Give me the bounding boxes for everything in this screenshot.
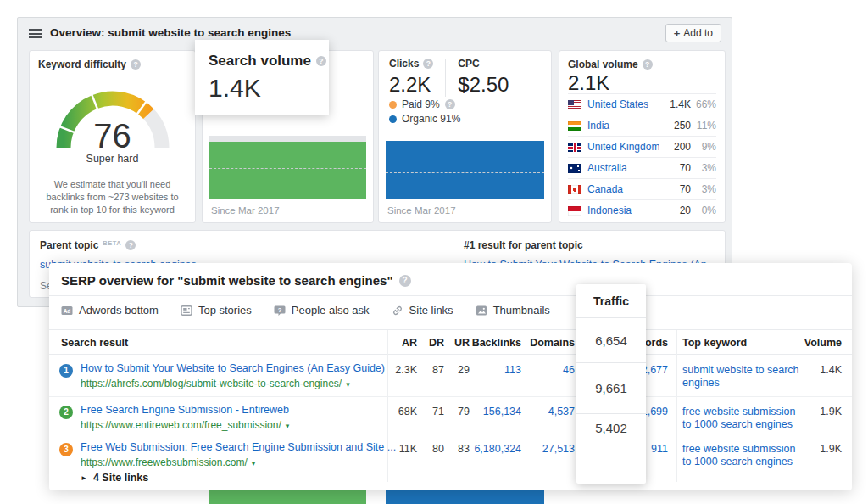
help-icon[interactable] — [643, 59, 653, 70]
bar-main-segment — [386, 141, 544, 199]
question-bubble-icon: ? — [274, 305, 286, 316]
country-row: Indonesia200% — [568, 199, 716, 221]
help-icon[interactable] — [445, 99, 455, 109]
url-dropdown-icon[interactable] — [346, 380, 350, 389]
legend-item: Organic 91% — [389, 113, 460, 125]
country-link[interactable]: India — [587, 120, 659, 132]
volume-value: 1.4K — [820, 364, 842, 376]
serp-overview-panel: SERP overview for "submit website to sea… — [49, 263, 852, 490]
chip-site-links[interactable]: Site links — [392, 304, 453, 316]
country-volume: 70 — [659, 162, 691, 174]
domains-value[interactable]: 4,537 — [548, 406, 575, 417]
result-url-link[interactable]: https://www.freewebsubmission.com/ — [81, 456, 255, 468]
link-icon — [392, 305, 403, 316]
col-volume: Volume — [804, 337, 842, 349]
chart-bar — [386, 136, 544, 199]
position-badge: 2 — [59, 406, 73, 419]
keyword-overview-page: Overview: submit website to search engin… — [0, 0, 868, 504]
country-link[interactable]: United Kingdom — [587, 141, 659, 153]
volume-value: 1.9K — [820, 443, 842, 455]
domains-value[interactable]: 46 — [563, 364, 575, 376]
country-row: United Kingdom2009% — [568, 136, 716, 157]
chip-thumbnails[interactable]: Thumbnails — [476, 304, 550, 316]
position-badge: 3 — [59, 443, 73, 456]
chip-label: Thumbnails — [493, 304, 550, 316]
serp-chips: AdAdwords bottomTop stories?People also … — [61, 304, 550, 316]
volume-value: 1.9K — [820, 406, 842, 417]
country-link[interactable]: Australia — [587, 162, 659, 174]
ur-value: 29 — [458, 364, 470, 376]
ar-value: 68K — [398, 406, 417, 417]
legend-dot-icon — [389, 101, 397, 109]
backlinks-value[interactable]: 113 — [504, 364, 521, 376]
traffic-value: 5,402 — [576, 414, 646, 484]
url-dropdown-icon[interactable] — [286, 422, 290, 430]
legend-item: Paid 9% — [389, 98, 460, 110]
parent-topic-label: Parent topic BETA — [40, 239, 197, 251]
country-row: India25011% — [568, 115, 716, 136]
cpc-label: CPC — [458, 58, 479, 70]
country-row: Canada703% — [568, 178, 716, 199]
url-dropdown-icon[interactable] — [252, 459, 256, 468]
country-link[interactable]: Indonesia — [587, 204, 659, 216]
result-title-link[interactable]: Free Web Submission: Free Search Engine … — [81, 441, 396, 453]
serp-result-row: 2Free Search Engine Submission - Entirew… — [49, 396, 852, 434]
global-volume-value: 2.1K — [568, 71, 609, 95]
expand-arrow-icon — [81, 472, 93, 484]
menu-icon[interactable] — [29, 29, 42, 38]
result-url-link[interactable]: https://www.entireweb.com/free_submissio… — [81, 419, 289, 431]
country-percent: 11% — [691, 120, 716, 132]
divider — [445, 59, 446, 97]
chart-bar — [209, 136, 366, 199]
country-link[interactable]: Canada — [587, 183, 659, 195]
result-title-link[interactable]: How to Submit Your Website to Search Eng… — [81, 362, 385, 374]
chip-label: Site links — [409, 304, 453, 316]
flag-icon-us — [568, 100, 581, 109]
help-icon[interactable] — [131, 59, 141, 70]
domains-value[interactable]: 27,513 — [542, 443, 575, 455]
average-trend-line — [386, 172, 544, 173]
traffic-value: 9,661 — [576, 363, 646, 414]
col-backlinks: Backlinks — [472, 337, 521, 349]
search-volume-chart — [209, 136, 366, 199]
site-links-expander[interactable]: 4 Site links — [81, 472, 148, 484]
traffic-value: 6,654 — [576, 318, 646, 363]
add-to-button[interactable]: Add to — [665, 24, 721, 42]
keywords-value[interactable]: 911 — [651, 443, 668, 455]
legend-dot-icon — [389, 115, 397, 123]
news-icon — [181, 305, 192, 316]
chip-people-also-ask[interactable]: ?People also ask — [274, 304, 370, 316]
col-search-result: Search result — [61, 337, 128, 349]
chip-adwords-bottom[interactable]: AdAdwords bottom — [61, 304, 159, 316]
chip-label: People also ask — [292, 304, 370, 316]
chip-label: Top stories — [198, 304, 252, 316]
country-percent: 9% — [691, 141, 716, 153]
legend-label: Organic 91% — [402, 113, 460, 125]
flag-icon-au — [568, 164, 581, 173]
bar-main-segment — [386, 490, 544, 504]
top-keyword-link[interactable]: free website submission to 1000 search e… — [682, 406, 803, 432]
country-volume: 20 — [659, 204, 691, 216]
help-icon[interactable] — [125, 240, 136, 250]
backlinks-value[interactable]: 6,180,324 — [474, 443, 521, 455]
country-volume: 250 — [659, 120, 691, 132]
backlinks-value[interactable]: 156,134 — [483, 406, 521, 417]
country-link[interactable]: United States — [587, 98, 659, 110]
help-icon[interactable] — [423, 59, 433, 69]
traffic-popup: Traffic 6,6549,6615,402 — [576, 284, 646, 484]
serp-result-row: 1How to Submit Your Website to Search En… — [49, 356, 852, 396]
clicks-chart-caption: Since Mar 2017 — [387, 205, 456, 216]
ur-value: 83 — [458, 443, 470, 455]
country-percent: 3% — [691, 162, 716, 174]
help-icon[interactable] — [399, 275, 411, 287]
dr-value: 80 — [432, 443, 444, 455]
result-url-link[interactable]: https://ahrefs.com/blog/submit-website-t… — [81, 378, 350, 389]
divider — [49, 295, 852, 296]
top-keyword-link[interactable]: submit website to search engines — [682, 364, 803, 390]
top-keyword-link[interactable]: free website submission to 1000 search e… — [682, 443, 803, 469]
help-icon[interactable] — [316, 56, 326, 66]
cpc-metric: CPC $2.50 — [458, 58, 509, 97]
serp-table-header: Search result AR DR UR Backlinks Domains… — [49, 329, 852, 355]
chip-top-stories[interactable]: Top stories — [181, 304, 252, 316]
result-title-link[interactable]: Free Search Engine Submission - Entirewe… — [81, 404, 289, 416]
